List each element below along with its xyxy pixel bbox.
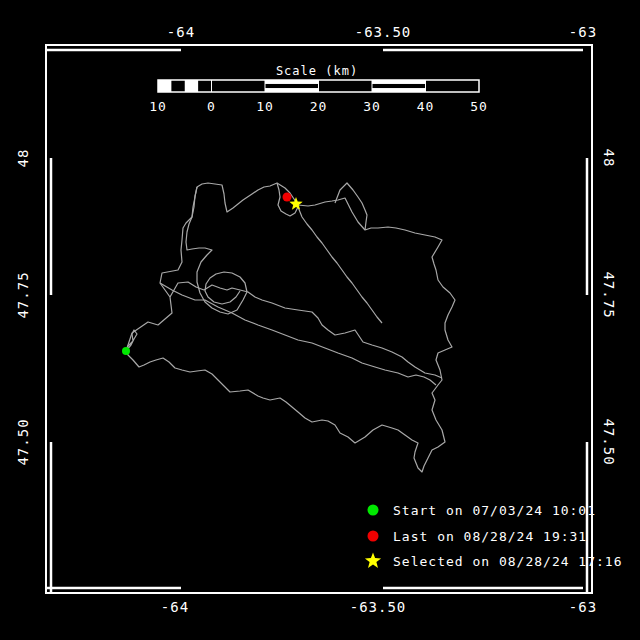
start-marker [122, 347, 130, 355]
scalebar-title: Scale (km) [276, 64, 358, 78]
lon-label-bottom-6350: -63.50 [350, 599, 407, 615]
lon-label-top-6350: -63.50 [355, 24, 412, 40]
lat-label-left-4775: 47.75 [15, 271, 31, 318]
lon-label-bottom-64: -64 [161, 599, 189, 615]
scalebar-segment-gap [265, 84, 319, 88]
lon-label-top-64: -64 [167, 24, 195, 40]
scalebar-tick-10: 10 [256, 99, 274, 114]
legend-marker-0 [368, 505, 379, 516]
lat-label-left-48: 48 [15, 149, 31, 168]
scalebar-tick-20: 20 [310, 99, 328, 114]
scalebar-tick-0: 0 [207, 99, 216, 114]
lon-label-bottom-63: -63 [569, 599, 597, 615]
track-line [170, 282, 442, 378]
lon-label-top-63: -63 [569, 24, 597, 40]
lat-label-right-4750: 47.50 [601, 418, 617, 465]
tracking-map-screen: -64 -63.50 -63 -64 -63.50 -63 48 47.75 4… [0, 0, 640, 640]
track-line [186, 187, 247, 314]
track-line [160, 283, 436, 385]
track-line [335, 183, 367, 230]
scalebar-tick-10L: 10 [149, 99, 167, 114]
legend-marker-2 [365, 553, 381, 568]
lat-label-right-48: 48 [601, 149, 617, 168]
scalebar-segment-gap [372, 84, 426, 88]
legend-selected-label: Selected on 08/28/24 17:16 [393, 554, 623, 569]
scalebar-subcell [158, 80, 171, 92]
map-canvas [0, 0, 640, 640]
scalebar-tick-30: 30 [363, 99, 381, 114]
scalebar-tick-40: 40 [417, 99, 435, 114]
legend-marker-1 [368, 531, 379, 542]
track-line [126, 183, 455, 472]
last-marker [283, 193, 292, 202]
legend-last-label: Last on 08/28/24 19:31 [393, 529, 587, 544]
lat-label-right-4775: 47.75 [601, 271, 617, 318]
legend-start-label: Start on 07/03/24 10:01 [393, 503, 596, 518]
scalebar-tick-50: 50 [470, 99, 488, 114]
lat-label-left-4750: 47.50 [15, 418, 31, 465]
selected-marker-star [289, 197, 302, 210]
scalebar-subcell [185, 80, 198, 92]
